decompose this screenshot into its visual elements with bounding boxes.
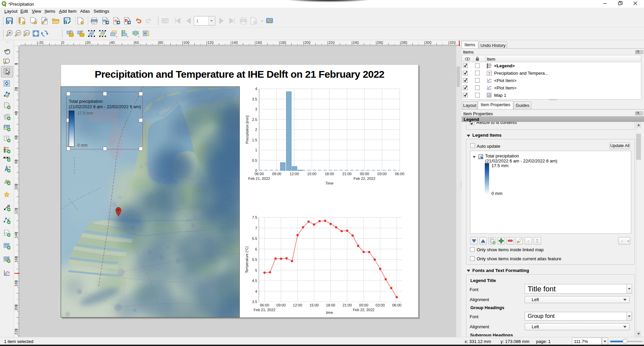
svg-text:4: 4 bbox=[255, 87, 257, 91]
svg-text:12:00: 12:00 bbox=[293, 303, 302, 307]
svg-text:5: 5 bbox=[255, 268, 257, 272]
svg-text:T: T bbox=[488, 71, 490, 75]
svg-text:06:00: 06:00 bbox=[395, 172, 404, 176]
svg-text:6: 6 bbox=[255, 247, 257, 251]
svg-text:06:00: 06:00 bbox=[260, 303, 269, 307]
svg-text:09:00: 09:00 bbox=[277, 303, 286, 307]
svg-text:15:00: 15:00 bbox=[307, 172, 316, 176]
svg-text:06:00: 06:00 bbox=[392, 303, 402, 307]
svg-text:06:00: 06:00 bbox=[254, 172, 264, 176]
svg-text:12:00: 12:00 bbox=[290, 172, 299, 176]
svg-text:Feb 22, 2022: Feb 22, 2022 bbox=[354, 177, 375, 181]
svg-text:4.5: 4.5 bbox=[252, 279, 257, 283]
svg-text:3.5: 3.5 bbox=[252, 97, 257, 101]
svg-text:5.5: 5.5 bbox=[252, 258, 257, 262]
svg-text:1.5: 1.5 bbox=[252, 138, 257, 142]
svg-text:3.5: 3.5 bbox=[252, 300, 257, 304]
svg-text:7: 7 bbox=[255, 226, 257, 230]
svg-text:4: 4 bbox=[255, 289, 257, 293]
svg-text:320: 320 bbox=[450, 41, 456, 45]
svg-text:18:00: 18:00 bbox=[326, 303, 335, 307]
svg-text:00:00: 00:00 bbox=[360, 172, 369, 176]
svg-text:21:00: 21:00 bbox=[343, 303, 352, 307]
svg-text:03:00: 03:00 bbox=[375, 303, 385, 307]
svg-text:1: 1 bbox=[255, 148, 257, 152]
svg-text:7.5: 7.5 bbox=[252, 215, 257, 219]
svg-text:ε: ε bbox=[622, 238, 623, 243]
svg-text:Precipitation [mm]: Precipitation [mm] bbox=[245, 116, 249, 144]
svg-text:2: 2 bbox=[255, 128, 257, 132]
svg-text:2.5: 2.5 bbox=[252, 118, 257, 122]
svg-text:00:00: 00:00 bbox=[359, 303, 368, 307]
svg-text:09:00: 09:00 bbox=[272, 172, 282, 176]
svg-text:18:00: 18:00 bbox=[325, 172, 334, 176]
svg-text:220: 220 bbox=[14, 329, 18, 335]
svg-text:Σ: Σ bbox=[536, 238, 539, 244]
svg-text:03:00: 03:00 bbox=[377, 172, 387, 176]
svg-text:Feb 21, 2022: Feb 21, 2022 bbox=[254, 308, 276, 312]
svg-text:ε: ε bbox=[527, 238, 529, 244]
svg-text:6.5: 6.5 bbox=[252, 236, 257, 240]
svg-text:Temperature (°C): Temperature (°C) bbox=[245, 246, 249, 273]
svg-text:21:00: 21:00 bbox=[342, 172, 352, 176]
svg-text:3: 3 bbox=[255, 107, 257, 111]
svg-text:15:00: 15:00 bbox=[309, 303, 319, 307]
svg-text:0.5: 0.5 bbox=[252, 158, 257, 162]
svg-text:Time: Time bbox=[325, 181, 333, 185]
svg-text:time: time bbox=[326, 310, 333, 315]
svg-text:Feb 22, 2022: Feb 22, 2022 bbox=[353, 308, 374, 312]
svg-text:Feb 21, 2022: Feb 21, 2022 bbox=[248, 177, 270, 181]
